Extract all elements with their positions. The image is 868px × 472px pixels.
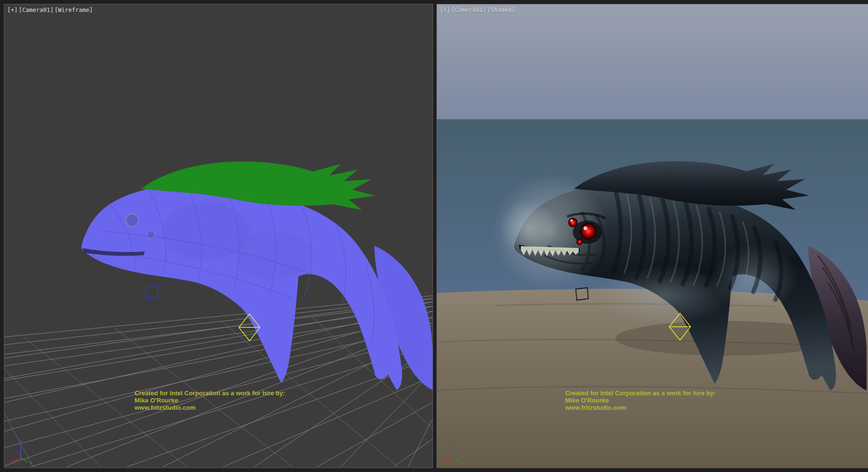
x-axis (14, 458, 21, 461)
y-axis (453, 458, 460, 462)
eye (126, 214, 138, 226)
z-axis-label: z (19, 439, 23, 445)
eye-red-medium (569, 218, 577, 227)
viewport-label: [+][Camera01][Wireframe] (7, 7, 94, 14)
eye-red-large (581, 223, 596, 239)
eye-red-small (577, 239, 583, 245)
x-axis-label: x (443, 459, 446, 464)
z-axis-label: z (452, 439, 455, 445)
eye-highlight (583, 226, 587, 230)
watermark-line: www.fritzstudio.com (565, 404, 716, 411)
watermark: Created for Intel Corporation as a work … (135, 389, 285, 411)
viewport-shaded[interactable]: [+][Camera01][Shaded] Created for Intel … (437, 4, 868, 468)
y-axis (21, 458, 27, 462)
viewport-split-screen: [+][Camera01][Wireframe] Created for Int… (0, 0, 868, 472)
viewport-menu-general[interactable]: [+] (7, 7, 18, 14)
watermark-line: Created for Intel Corporation as a work … (565, 389, 716, 397)
watermark-line: Mike O'Rourke (565, 397, 716, 404)
eye (147, 231, 155, 238)
x-axis (447, 458, 453, 461)
world-axis-tripod: z x y (10, 437, 44, 464)
world-axis-tripod: z x y (443, 437, 476, 464)
viewport-menu-pov[interactable]: [Camera01] (19, 7, 54, 14)
sky-upper (437, 4, 868, 120)
x-axis-label: x (10, 459, 14, 464)
eye-highlight (570, 220, 573, 222)
watermark-line: Created for Intel Corporation as a work … (135, 389, 285, 397)
viewport-menu-shading[interactable]: [Shaded] (487, 7, 515, 14)
watermark-line: www.fritzstudio.com (135, 404, 285, 411)
y-axis-label: y (29, 460, 32, 464)
viewport-label: [+][Camera01][Shaded] (440, 7, 516, 14)
viewport-wireframe[interactable]: [+][Camera01][Wireframe] Created for Int… (4, 4, 433, 468)
watermark-line: Mike O'Rourke (135, 397, 285, 404)
y-axis-label: y (461, 460, 465, 464)
viewport-menu-shading[interactable]: [Wireframe] (54, 7, 93, 14)
viewport-menu-pov[interactable]: [Camera01] (451, 7, 486, 14)
watermark: Created for Intel Corporation as a work … (565, 389, 716, 411)
viewport-menu-general[interactable]: [+] (440, 7, 450, 14)
